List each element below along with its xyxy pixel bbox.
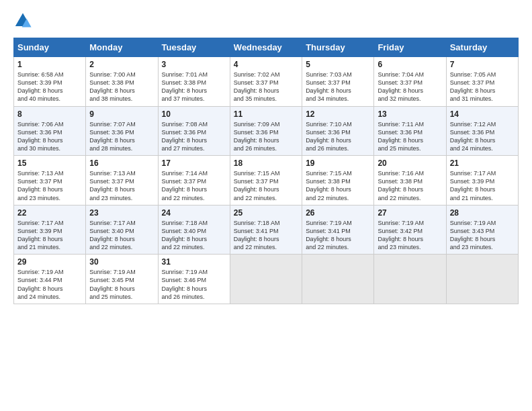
day-cell: 12Sunrise: 7:10 AMSunset: 3:36 PMDayligh… [302, 106, 374, 156]
day-detail: Sunrise: 7:17 AMSunset: 3:40 PMDaylight:… [89, 219, 154, 252]
day-cell: 18Sunrise: 7:15 AMSunset: 3:37 PMDayligh… [230, 156, 302, 205]
day-cell: 16Sunrise: 7:13 AMSunset: 3:37 PMDayligh… [86, 156, 158, 205]
day-detail: Sunrise: 7:15 AMSunset: 3:37 PMDaylight:… [234, 169, 298, 202]
day-number: 2 [89, 60, 154, 69]
day-detail: Sunrise: 7:10 AMSunset: 3:36 PMDaylight:… [306, 120, 370, 153]
day-number: 12 [306, 109, 370, 119]
week-row-5: 29Sunrise: 7:19 AMSunset: 3:44 PMDayligh… [14, 255, 519, 304]
day-cell: 1Sunrise: 6:58 AMSunset: 3:39 PMDaylight… [14, 57, 86, 107]
day-detail: Sunrise: 7:14 AMSunset: 3:37 PMDaylight:… [162, 169, 226, 202]
day-number: 1 [17, 60, 82, 69]
day-number: 29 [17, 257, 82, 267]
day-number: 22 [17, 208, 82, 218]
day-number: 19 [306, 158, 370, 168]
day-number: 26 [306, 208, 370, 218]
day-number: 30 [89, 257, 154, 267]
day-detail: Sunrise: 7:17 AMSunset: 3:39 PMDaylight:… [17, 219, 82, 252]
day-detail: Sunrise: 7:19 AMSunset: 3:41 PMDaylight:… [306, 219, 370, 252]
day-detail: Sunrise: 7:19 AMSunset: 3:44 PMDaylight:… [17, 268, 82, 301]
day-number: 15 [17, 158, 82, 168]
col-header-sunday: Sunday [14, 38, 86, 57]
day-number: 9 [89, 109, 154, 119]
day-number: 31 [162, 257, 226, 267]
day-cell: 27Sunrise: 7:19 AMSunset: 3:42 PMDayligh… [374, 205, 446, 255]
day-number: 18 [234, 158, 298, 168]
day-cell: 10Sunrise: 7:08 AMSunset: 3:36 PMDayligh… [158, 106, 230, 156]
day-number: 10 [162, 109, 226, 119]
day-detail: Sunrise: 7:15 AMSunset: 3:38 PMDaylight:… [306, 169, 370, 202]
day-cell: 25Sunrise: 7:18 AMSunset: 3:41 PMDayligh… [230, 205, 302, 255]
day-number: 20 [378, 158, 442, 168]
day-number: 13 [378, 109, 442, 119]
day-detail: Sunrise: 7:19 AMSunset: 3:42 PMDaylight:… [378, 219, 442, 252]
day-number: 3 [162, 60, 226, 69]
day-detail: Sunrise: 7:03 AMSunset: 3:37 PMDaylight:… [306, 71, 370, 103]
col-header-thursday: Thursday [302, 38, 374, 57]
day-cell: 6Sunrise: 7:04 AMSunset: 3:37 PMDaylight… [374, 57, 446, 107]
col-header-tuesday: Tuesday [158, 38, 230, 57]
day-detail: Sunrise: 7:16 AMSunset: 3:38 PMDaylight:… [378, 169, 442, 202]
day-cell: 31Sunrise: 7:19 AMSunset: 3:46 PMDayligh… [158, 255, 230, 304]
day-detail: Sunrise: 7:00 AMSunset: 3:38 PMDaylight:… [89, 71, 154, 103]
day-cell: 8Sunrise: 7:06 AMSunset: 3:36 PMDaylight… [14, 106, 86, 156]
col-header-monday: Monday [86, 38, 158, 57]
week-row-1: 1Sunrise: 6:58 AMSunset: 3:39 PMDaylight… [14, 57, 519, 107]
day-number: 6 [378, 60, 442, 69]
day-cell: 23Sunrise: 7:17 AMSunset: 3:40 PMDayligh… [86, 205, 158, 255]
day-number: 17 [162, 158, 226, 168]
day-detail: Sunrise: 7:07 AMSunset: 3:36 PMDaylight:… [89, 120, 154, 153]
header [13, 12, 519, 31]
day-cell: 11Sunrise: 7:09 AMSunset: 3:36 PMDayligh… [230, 106, 302, 156]
day-number: 5 [306, 60, 370, 69]
day-cell: 3Sunrise: 7:01 AMSunset: 3:38 PMDaylight… [158, 57, 230, 107]
day-number: 8 [17, 109, 82, 119]
day-detail: Sunrise: 6:58 AMSunset: 3:39 PMDaylight:… [17, 71, 82, 103]
day-cell: 24Sunrise: 7:18 AMSunset: 3:40 PMDayligh… [158, 205, 230, 255]
day-detail: Sunrise: 7:06 AMSunset: 3:36 PMDaylight:… [17, 120, 82, 153]
day-cell: 9Sunrise: 7:07 AMSunset: 3:36 PMDaylight… [86, 106, 158, 156]
day-cell [302, 255, 374, 304]
day-number: 28 [450, 208, 515, 218]
day-detail: Sunrise: 7:13 AMSunset: 3:37 PMDaylight:… [89, 169, 154, 202]
week-row-3: 15Sunrise: 7:13 AMSunset: 3:37 PMDayligh… [14, 156, 519, 205]
header-row: SundayMondayTuesdayWednesdayThursdayFrid… [14, 38, 519, 57]
col-header-wednesday: Wednesday [230, 38, 302, 57]
day-detail: Sunrise: 7:04 AMSunset: 3:37 PMDaylight:… [378, 71, 442, 103]
day-cell: 29Sunrise: 7:19 AMSunset: 3:44 PMDayligh… [14, 255, 86, 304]
day-cell: 2Sunrise: 7:00 AMSunset: 3:38 PMDaylight… [86, 57, 158, 107]
day-cell: 17Sunrise: 7:14 AMSunset: 3:37 PMDayligh… [158, 156, 230, 205]
logo-icon [13, 12, 32, 31]
day-cell: 4Sunrise: 7:02 AMSunset: 3:37 PMDaylight… [230, 57, 302, 107]
day-cell: 22Sunrise: 7:17 AMSunset: 3:39 PMDayligh… [14, 205, 86, 255]
day-detail: Sunrise: 7:19 AMSunset: 3:43 PMDaylight:… [450, 219, 515, 252]
day-number: 7 [450, 60, 515, 69]
col-header-saturday: Saturday [446, 38, 518, 57]
day-detail: Sunrise: 7:13 AMSunset: 3:37 PMDaylight:… [17, 169, 82, 202]
day-number: 21 [450, 158, 515, 168]
day-detail: Sunrise: 7:02 AMSunset: 3:37 PMDaylight:… [234, 71, 298, 103]
day-detail: Sunrise: 7:08 AMSunset: 3:36 PMDaylight:… [162, 120, 226, 153]
day-number: 16 [89, 158, 154, 168]
day-cell: 13Sunrise: 7:11 AMSunset: 3:36 PMDayligh… [374, 106, 446, 156]
day-cell: 30Sunrise: 7:19 AMSunset: 3:45 PMDayligh… [86, 255, 158, 304]
day-cell: 21Sunrise: 7:17 AMSunset: 3:39 PMDayligh… [446, 156, 518, 205]
day-number: 23 [89, 208, 154, 218]
week-row-2: 8Sunrise: 7:06 AMSunset: 3:36 PMDaylight… [14, 106, 519, 156]
day-detail: Sunrise: 7:19 AMSunset: 3:46 PMDaylight:… [162, 268, 226, 301]
day-detail: Sunrise: 7:12 AMSunset: 3:36 PMDaylight:… [450, 120, 515, 153]
day-detail: Sunrise: 7:18 AMSunset: 3:41 PMDaylight:… [234, 219, 298, 252]
day-cell: 14Sunrise: 7:12 AMSunset: 3:36 PMDayligh… [446, 106, 518, 156]
logo [13, 12, 35, 31]
day-detail: Sunrise: 7:18 AMSunset: 3:40 PMDaylight:… [162, 219, 226, 252]
day-number: 25 [234, 208, 298, 218]
day-detail: Sunrise: 7:09 AMSunset: 3:36 PMDaylight:… [234, 120, 298, 153]
day-detail: Sunrise: 7:17 AMSunset: 3:39 PMDaylight:… [450, 169, 515, 202]
day-number: 24 [162, 208, 226, 218]
day-number: 27 [378, 208, 442, 218]
day-number: 14 [450, 109, 515, 119]
day-cell: 5Sunrise: 7:03 AMSunset: 3:37 PMDaylight… [302, 57, 374, 107]
day-cell: 15Sunrise: 7:13 AMSunset: 3:37 PMDayligh… [14, 156, 86, 205]
day-cell [446, 255, 518, 304]
day-cell: 19Sunrise: 7:15 AMSunset: 3:38 PMDayligh… [302, 156, 374, 205]
day-number: 11 [234, 109, 298, 119]
